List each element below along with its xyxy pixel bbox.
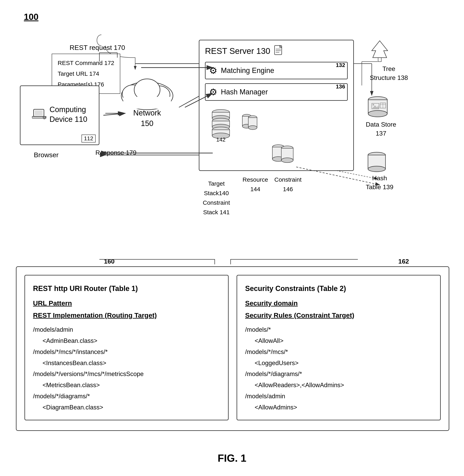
resource-label: Resource144: [242, 175, 268, 194]
table1-box: REST http URI Router (Table 1) URL Patte…: [24, 275, 229, 420]
tree-structure-label: TreeStructure 138: [370, 64, 408, 82]
svg-rect-46: [378, 58, 381, 62]
target-stack-cylinders: 142: [211, 107, 231, 143]
table1-entry-0-pattern: /models/admin: [33, 324, 220, 335]
table1-col1: URL Pattern: [33, 297, 220, 309]
table2-col1: Security domain: [245, 297, 432, 309]
computing-device-box: ComputingDevice 110 112: [20, 86, 99, 145]
constraint-label: Constraint146: [274, 175, 302, 194]
table1-entry-2-pattern: /models/*/versions/*/mcs/*/metricsScope: [33, 369, 220, 380]
hash-table: HashTable 139: [366, 151, 393, 191]
resource-drum-icon: [241, 113, 259, 133]
table2-col2: Security Rules (Constraint Target): [245, 309, 432, 321]
table2-entry-0-rule: <AllowAll>: [245, 335, 432, 346]
constraint-drum-icon: [270, 143, 296, 165]
svg-point-52: [373, 104, 374, 105]
figure-number: 100: [24, 12, 38, 22]
hash-table-icon: [366, 151, 388, 173]
num-142: 142: [216, 137, 226, 143]
table1-entry-3-impl: <DiagramBean.class>: [33, 402, 220, 413]
hash-table-label: HashTable 139: [366, 174, 393, 191]
table1-entry-2-impl: <MetricsBean.class>: [33, 380, 220, 391]
stacks-row: 142: [205, 107, 348, 143]
fig-label: FIG. 1: [218, 452, 246, 464]
data-store: Data Store137: [366, 95, 396, 138]
table2-title: Security Constraints (Table 2): [245, 282, 432, 295]
table-bracket-right: 162: [398, 258, 409, 265]
tree-structure: TreeStructure 138: [370, 40, 408, 82]
table2-entry-3-pattern: /models/admin: [245, 391, 432, 402]
rest-server-title: REST Server 130: [205, 45, 348, 57]
network-label: Network150: [133, 108, 161, 129]
svg-point-38: [248, 126, 257, 130]
svg-point-49: [368, 111, 387, 117]
table1-entry-0-impl: <AdminBean.class>: [33, 335, 220, 346]
table1-title: REST http URI Router (Table 1): [33, 282, 220, 295]
data-store-icon: [366, 95, 390, 119]
data-store-label: Data Store137: [366, 120, 396, 138]
table2-entry-2-pattern: /models/*/diagrams/*: [245, 369, 432, 380]
document-icon: [274, 45, 284, 57]
table2-box: Security Constraints (Table 2) Security …: [237, 275, 441, 420]
rest-request-label: REST request 170: [70, 44, 125, 51]
svg-point-58: [368, 166, 386, 172]
tables-outer-box: 160 162 REST http URI Router (Table 1) U…: [16, 266, 449, 431]
svg-rect-10: [35, 110, 43, 115]
matching-engine-box: ⚙ Matching Engine 132: [205, 62, 348, 79]
table2-entry-1-pattern: /models/*/mcs/*: [245, 346, 432, 358]
table1-entry-3-pattern: /models/*/diagrams/*: [33, 391, 220, 402]
table1-entry-1-pattern: /models/*/mcs/*/instances/*: [33, 346, 220, 358]
stack-cylinders-icon: [211, 107, 231, 139]
rest-command-line2: Target URL 174: [58, 68, 114, 79]
table2-entry-0-pattern: /models/*: [245, 324, 432, 335]
laptop-icon: [32, 108, 46, 120]
constraint-drum: [270, 143, 296, 166]
table2-entry-2-rule: <AllowReaders>,<AllowAdmins>: [245, 380, 432, 391]
browser-label: Browser: [34, 151, 59, 159]
svg-marker-45: [372, 41, 388, 58]
hash-manager-box: ⚙ Hash Manager 136: [205, 83, 348, 101]
table1-col2: REST Implementation (Routing Target): [33, 309, 220, 321]
table2-entries: /models/* <AllowAll> /models/*/mcs/* <Lo…: [245, 324, 432, 413]
tree-icon: [370, 40, 390, 64]
svg-rect-18: [123, 97, 171, 109]
response-label: Response 179: [96, 149, 136, 156]
table1-entries: /models/admin <AdminBean.class> /models/…: [33, 324, 220, 413]
table-bracket-left: 160: [104, 258, 115, 265]
table1-entry-1-impl: <InstancesBean.class>: [33, 358, 220, 369]
svg-point-13: [44, 117, 45, 118]
target-stack-label: TargetStack140ConstraintStack 141: [203, 179, 230, 217]
table2-entry-3-rule: <AllowAdmins>: [245, 402, 432, 413]
network-cloud: Network150: [113, 74, 181, 129]
resource-icon: [241, 113, 259, 133]
rest-command-line1: REST Command 172: [58, 58, 114, 68]
svg-point-44: [281, 158, 293, 162]
table2-entry-1-rule: <LoggedUsers>: [245, 358, 432, 369]
